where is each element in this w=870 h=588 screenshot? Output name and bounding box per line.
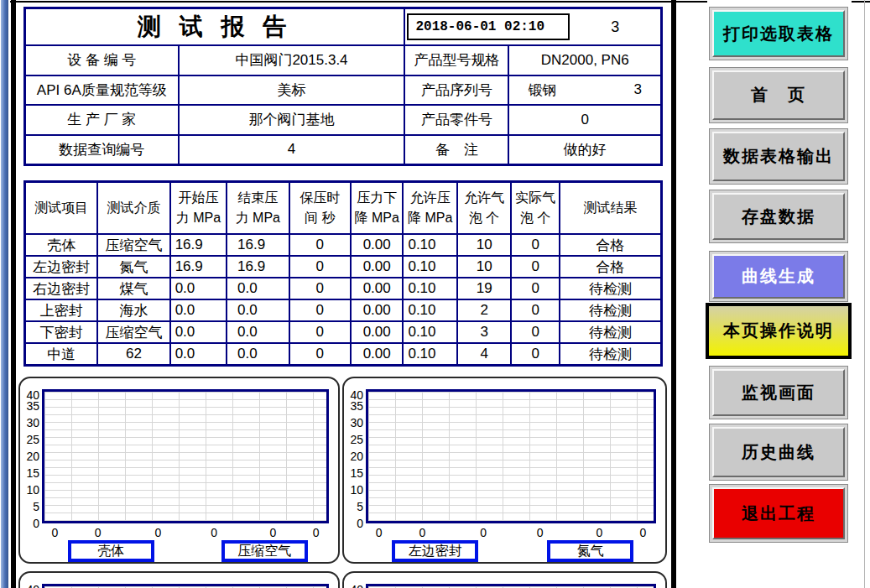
test-value-cell: 0.10 [402, 255, 456, 277]
window-edge-stripe [1, 0, 8, 588]
test-value-cell: 0 [510, 255, 559, 277]
test-result-cell: 待检测 [559, 299, 660, 320]
y-tick-label: 35 [344, 399, 363, 413]
test-value-cell: 16.9 [226, 233, 288, 255]
curve-generate-button[interactable]: 曲线生成 [709, 251, 848, 302]
button-face[interactable]: 历史曲线 [712, 427, 845, 477]
y-tick-label: 30 [20, 416, 39, 429]
x-tick-label: 0 [419, 526, 426, 539]
test-column-header: 结束压 力 MPa [226, 183, 288, 233]
y-tick-label: 10 [20, 483, 39, 497]
test-value-cell: 10 [456, 233, 510, 255]
test-value-cell: 海水 [96, 299, 169, 320]
y-tick-label: 5 [344, 500, 363, 513]
report-number: 3 [570, 18, 660, 36]
button-face[interactable]: 监视画面 [712, 369, 845, 416]
test-column-header: 测试结果 [559, 183, 660, 233]
button-face[interactable]: 曲线生成 [712, 254, 845, 299]
monitor-screen-button[interactable]: 监视画面 [709, 366, 848, 419]
test-value-cell: 16.9 [169, 233, 226, 255]
info-value: 美标 [178, 75, 404, 105]
test-value-cell: 0 [510, 320, 559, 342]
test-value-cell: 16.9 [169, 255, 226, 277]
button-face[interactable]: 退出工程 [712, 487, 845, 539]
y-tick-label: 15 [344, 466, 363, 480]
x-tick-label: 0 [480, 526, 487, 539]
exit-project-button[interactable]: 退出工程 [709, 484, 848, 543]
test-column-header: 保压时 间 秒 [289, 183, 350, 233]
y-tick-label: 40 [20, 583, 39, 588]
info-value-number: 3 [634, 81, 642, 98]
test-value-cell: 0.0 [226, 320, 288, 342]
button-face[interactable]: 首 页 [712, 70, 845, 120]
data-table-output-button[interactable]: 数据表格输出 [709, 128, 848, 185]
test-value-cell: 0.0 [226, 299, 288, 320]
test-result-cell: 合格 [559, 255, 660, 277]
test-value-cell: 0 [289, 299, 350, 320]
y-tick-label: 20 [20, 450, 39, 463]
y-tick-label: 25 [20, 433, 39, 446]
test-value-cell: 0.0 [169, 299, 226, 320]
test-item-cell: 上密封 [26, 299, 96, 320]
button-face[interactable]: 打印选取表格 [712, 10, 845, 57]
test-value-cell: 0.00 [350, 255, 403, 277]
test-value-cell: 0 [510, 342, 559, 364]
test-value-cell: 0.10 [402, 277, 456, 299]
test-value-cell: 0.0 [169, 342, 226, 364]
legend-medium-box: 压缩空气 [221, 540, 308, 562]
test-value-cell: 10 [456, 255, 510, 277]
button-face[interactable]: 数据表格输出 [712, 132, 845, 181]
save-data-button[interactable]: 存盘数据 [709, 190, 848, 243]
page-help-button[interactable]: 本页操作说明 [706, 303, 852, 359]
info-value: 0 [508, 104, 660, 134]
test-value-cell: 0 [289, 320, 350, 342]
y-tick-label: 25 [344, 433, 363, 446]
test-value-cell: 19 [456, 277, 510, 299]
legend-test-item-box: 左边密封 [392, 540, 478, 562]
test-value-cell: 0 [510, 277, 559, 299]
test-value-cell: 0.0 [169, 277, 226, 299]
test-item-cell: 中道 [26, 342, 96, 364]
test-value-cell: 0.10 [402, 342, 456, 364]
test-column-header: 压力下 降 MPa [350, 183, 403, 233]
test-column-header: 允许气 泡 个 [456, 183, 510, 233]
chart-panel-bottom-right: 40 [342, 571, 667, 588]
plot-area [42, 584, 329, 588]
info-value: 那个阀门基地 [178, 104, 404, 134]
test-value-cell: 0.0 [226, 277, 288, 299]
x-tick-label: 0 [269, 526, 276, 539]
report-area: 测 试 报 告 2018-06-01 02:10 3 设 备 编 号中国阀门20… [17, 3, 671, 588]
button-face[interactable]: 本页操作说明 [709, 306, 848, 356]
test-value-cell: 0.0 [169, 320, 226, 342]
info-label: 备 注 [404, 134, 508, 164]
test-column-header: 实际气 泡 个 [510, 183, 559, 233]
y-tick-label: 35 [20, 399, 39, 413]
test-column-header: 测试介质 [96, 183, 169, 233]
y-tick-label: 20 [344, 450, 363, 463]
test-value-cell: 0.10 [402, 320, 456, 342]
info-label: 数据查询编号 [26, 134, 178, 164]
plot-area [42, 389, 329, 523]
button-face[interactable]: 存盘数据 [712, 193, 845, 240]
legend-test-item-box: 壳体 [68, 540, 154, 562]
y-tick-label: 0 [344, 517, 363, 530]
test-value-cell: 压缩空气 [96, 320, 169, 342]
history-curve-button[interactable]: 历史曲线 [709, 424, 848, 481]
x-tick-label: 0 [596, 526, 603, 539]
test-value-cell: 0.00 [350, 342, 403, 364]
test-value-cell: 0 [289, 255, 350, 277]
y-tick-label: 10 [344, 483, 363, 497]
x-tick-label: 0 [640, 526, 647, 539]
info-label: 产品序列号 [404, 75, 508, 105]
plot-area [366, 584, 656, 588]
info-value-text: 锻钢 [528, 81, 556, 100]
test-value-cell: 0.00 [350, 320, 403, 342]
print-select-table-button[interactable]: 打印选取表格 [709, 7, 848, 60]
chart-panel-bottom-left: 40 [18, 571, 340, 588]
test-value-cell: 0 [289, 233, 350, 255]
window-frame-left [11, 0, 16, 588]
test-item-cell: 下密封 [26, 320, 96, 342]
chart-panel-shell: 4035302520151050000000壳体压缩空气 [18, 377, 340, 564]
test-value-cell: 0 [510, 299, 559, 320]
home-page-button[interactable]: 首 页 [709, 67, 848, 123]
